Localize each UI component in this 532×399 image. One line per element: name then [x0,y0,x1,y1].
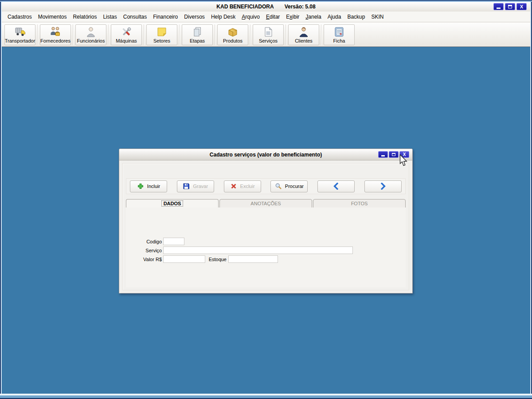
toolbar-separator [37,24,38,45]
child-titlebar: Cadastro serviços (valor do beneficiamen… [119,149,412,160]
menu-item-financeiro[interactable]: Financeiro [150,12,181,21]
window-frame-bottom [0,394,532,399]
menu-bar: CadastrosMovimentosRelatóriosListasConsu… [2,12,530,22]
minimize-icon [381,155,385,156]
toolbar-button-etapas[interactable]: Etapas [182,24,213,45]
tab-label: DADOS [162,201,183,206]
toolbar-button-fornecedores[interactable]: Fornecedores [40,24,71,45]
menu-item-ajuda[interactable]: Ajuda [325,12,344,21]
tab-fotos[interactable]: FOTOS [313,199,406,208]
maximize-button[interactable] [505,3,515,10]
menu-item-backup[interactable]: Backup [344,12,368,21]
toolbar-button-produtos[interactable]: Produtos [217,24,248,45]
toolbar-button-máquinas[interactable]: Máquinas [111,24,142,45]
minimize-icon [497,8,501,9]
codigo-label: Codigo [129,239,162,245]
toolbar-button-label: Funcionários [77,38,105,44]
app-version: Versão: 5.08 [285,4,316,10]
mdi-background: Cadastro serviços (valor do beneficiamen… [2,47,530,394]
document-icon [262,26,274,38]
toolbar-button-label: Produtos [223,38,243,44]
window-frame-top [0,0,532,2]
toolbar-button-ficha[interactable]: Ficha [324,24,355,45]
button-label: Excluir [240,184,255,189]
menu-item-exibir[interactable]: Exibir [283,12,302,21]
toolbar-separator [286,24,286,45]
toolbar-button-label: Setores [153,38,170,44]
child-window-title: Cadastro serviços (valor do beneficiamen… [210,152,322,158]
maximize-icon [392,153,395,156]
estoque-field[interactable] [228,255,278,263]
next-button[interactable] [364,180,402,192]
toolbar-separator [144,24,145,45]
incluir-button[interactable]: Incluir [130,180,167,192]
maximize-icon [508,5,512,8]
tab-label: ANOTAÇÕES [250,201,281,206]
child-maximize-button[interactable] [389,151,399,158]
titlebar: KAD BENEFICIADORA Versão: 5.08 X [2,2,530,12]
main-toolbar: TransportadorFornecedoresFuncionáriosMáq… [2,23,530,47]
excluir-button[interactable]: Excluir [224,180,261,192]
menu-item-movimentos[interactable]: Movimentos [35,12,70,21]
menu-item-consultas[interactable]: Consultas [120,12,150,21]
tools-icon [120,26,133,38]
codigo-field[interactable] [163,238,184,245]
menu-item-cadastros[interactable]: Cadastros [4,12,35,21]
delete-icon [230,183,237,190]
child-window-controls: X [378,151,409,158]
client-icon [297,26,310,38]
minimize-button[interactable] [493,3,504,10]
child-window-body: IncluirGravarExcluirProcurar DADOSANOTAÇ… [119,160,412,293]
child-close-button[interactable]: X [399,151,409,158]
child-toolbar: IncluirGravarExcluirProcurar [126,178,406,194]
menu-item-relatórios[interactable]: Relatórios [70,12,100,21]
toolbar-button-serviços[interactable]: Serviços [253,24,284,45]
toolbar-separator [321,24,322,45]
panes-icon [191,26,203,38]
toolbar-button-transportador[interactable]: Transportador [4,24,35,45]
truck-icon [14,26,26,38]
toolbar-button-label: Máquinas [116,38,137,44]
chevron-left-icon [332,183,340,190]
toolbar-button-label: Clientes [295,38,313,44]
toolbar-separator [73,24,74,45]
valor-label: Valor R$ [129,256,162,263]
search-icon [275,183,282,190]
menu-item-listas[interactable]: Listas [100,12,120,21]
employee-icon [85,26,97,38]
toolbar-button-setores[interactable]: Setores [146,24,177,45]
close-button[interactable]: X [516,3,527,10]
procurar-button[interactable]: Procurar [270,180,308,192]
note-icon [156,26,168,38]
child-minimize-button[interactable] [378,151,388,158]
app-title: KAD BENEFICIADORA [216,4,274,10]
menu-item-janela[interactable]: Janela [302,12,324,21]
servico-field[interactable] [163,246,353,254]
menu-item-help-desk[interactable]: Help Desk [208,12,239,21]
previous-button[interactable] [317,180,355,192]
toolbar-separator [179,24,180,45]
toolbar-button-label: Ficha [333,38,345,44]
tab-content-dados: CodigoServiçoValor R$Estoque [126,207,406,287]
window-frame-right [530,2,532,394]
application-window: KAD BENEFICIADORA Versão: 5.08 X Cadastr… [0,0,532,399]
menu-item-editar[interactable]: Editar [263,12,283,21]
gravar-button[interactable]: Gravar [177,180,214,192]
plus-icon [137,183,144,190]
servico-label: Serviço [129,247,162,254]
menu-item-skin[interactable]: SKIN [368,12,387,21]
save-icon [183,183,190,190]
chevron-right-icon [379,183,387,190]
tab-anotações[interactable]: ANOTAÇÕES [219,199,312,208]
toolbar-separator [215,24,215,45]
estoque-label: Estoque [195,256,227,263]
title-text: KAD BENEFICIADORA Versão: 5.08 [216,4,315,10]
toolbar-button-funcionários[interactable]: Funcionários [75,24,106,45]
menu-item-diversos[interactable]: Diversos [181,12,208,21]
toolbar-separator [250,24,251,45]
tab-dados[interactable]: DADOS [126,199,219,208]
toolbar-button-clientes[interactable]: Clientes [288,24,319,45]
menu-item-arquivo[interactable]: Arquivo [239,12,263,21]
button-label: Incluir [147,184,160,189]
button-label: Gravar [193,184,208,189]
